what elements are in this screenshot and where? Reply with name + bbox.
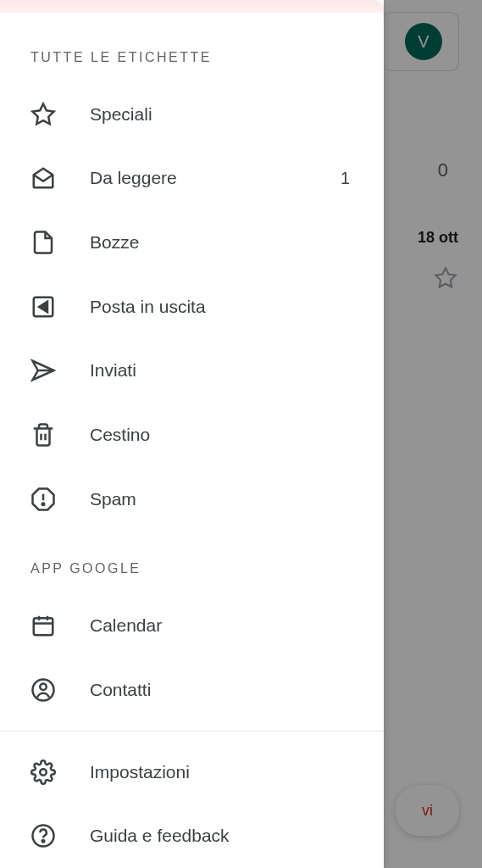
scrim-overlay[interactable] bbox=[384, 0, 482, 868]
navigation-drawer: TUTTE LE ETICHETTE Speciali Da leggere 1… bbox=[0, 0, 384, 868]
spam-icon bbox=[30, 487, 56, 512]
nav-label: Bozze bbox=[90, 232, 353, 253]
nav-label: Contatti bbox=[90, 680, 353, 700]
nav-calendar[interactable]: Calendar bbox=[0, 593, 384, 658]
nav-label: Impostazioni bbox=[90, 762, 353, 782]
divider bbox=[0, 731, 384, 732]
svg-point-4 bbox=[42, 503, 45, 505]
file-icon bbox=[30, 230, 56, 255]
nav-help[interactable]: Guida e feedback bbox=[0, 804, 384, 868]
send-icon bbox=[30, 358, 56, 383]
nav-settings[interactable]: Impostazioni bbox=[0, 740, 384, 804]
svg-point-10 bbox=[40, 683, 47, 690]
section-header-google: APP GOOGLE bbox=[0, 531, 384, 593]
nav-label: Da leggere bbox=[90, 168, 341, 188]
unread-count: 1 bbox=[341, 169, 350, 188]
nav-spam[interactable]: Spam bbox=[0, 467, 384, 531]
nav-label: Calendar bbox=[90, 615, 353, 636]
nav-trash[interactable]: Cestino bbox=[0, 403, 384, 467]
drawer-header-tint bbox=[0, 0, 384, 13]
section-header-labels: TUTTE LE ETICHETTE bbox=[0, 13, 384, 82]
contacts-icon bbox=[30, 677, 56, 703]
svg-point-13 bbox=[42, 840, 45, 843]
nav-label: Guida e feedback bbox=[90, 826, 353, 846]
nav-outbox[interactable]: Posta in uscita bbox=[0, 275, 384, 339]
nav-sent[interactable]: Inviati bbox=[0, 338, 384, 403]
nav-contacts[interactable]: Contatti bbox=[0, 658, 384, 722]
nav-label: Spam bbox=[90, 489, 353, 509]
svg-rect-5 bbox=[34, 618, 53, 635]
nav-unread[interactable]: Da leggere 1 bbox=[0, 147, 384, 211]
gear-icon bbox=[30, 760, 56, 785]
nav-label: Inviati bbox=[90, 360, 353, 381]
nav-label: Speciali bbox=[90, 104, 353, 125]
nav-label: Cestino bbox=[90, 425, 353, 445]
mail-open-icon bbox=[30, 165, 56, 191]
trash-icon bbox=[30, 422, 56, 448]
nav-starred[interactable]: Speciali bbox=[0, 82, 384, 147]
nav-label: Posta in uscita bbox=[90, 297, 353, 317]
svg-point-11 bbox=[40, 769, 47, 776]
calendar-icon bbox=[30, 613, 56, 638]
star-icon bbox=[30, 102, 56, 127]
outbox-icon bbox=[30, 294, 56, 320]
nav-drafts[interactable]: Bozze bbox=[0, 210, 384, 275]
help-icon bbox=[30, 823, 56, 849]
